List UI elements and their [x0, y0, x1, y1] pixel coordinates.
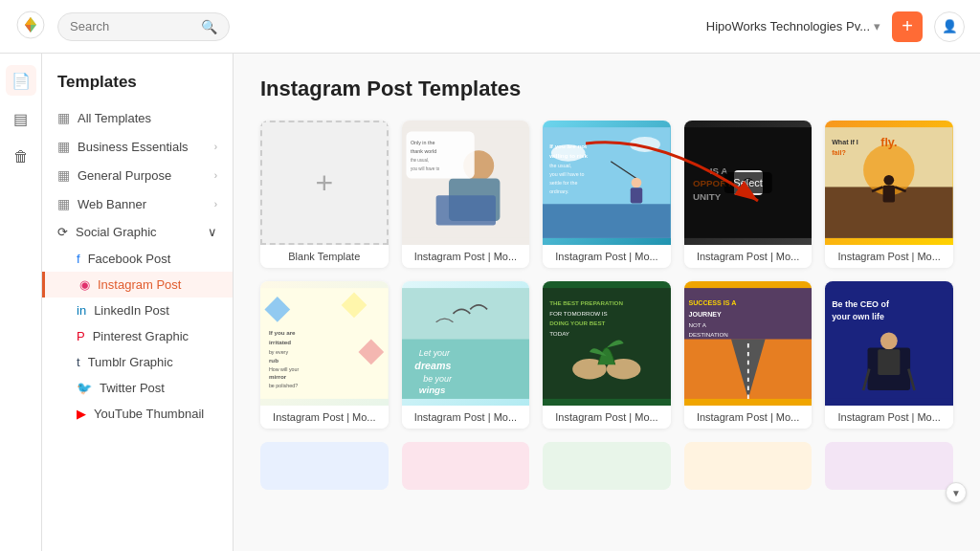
template-1[interactable]: Only in the thank world the usual, you w… — [402, 121, 530, 268]
nav-general-purpose[interactable]: ▦ General Purpose › — [42, 161, 233, 189]
nav-instagram-post[interactable]: ◉ Instagram Post — [42, 272, 233, 298]
template-8-thumb: SUCCESS IS A JOURNEY NOT A DESTINATION — [684, 281, 813, 406]
svg-text:fail?: fail? — [833, 149, 847, 157]
template-7[interactable]: THE BEST PREPARATION FOR TOMORROW IS DOI… — [543, 281, 671, 429]
nav-facebook-post[interactable]: f Facebook Post — [42, 246, 233, 272]
scroll-down-button[interactable]: ▼ — [946, 482, 967, 503]
chevron-right-icon2: › — [214, 170, 217, 181]
company-dropdown[interactable]: HipoWorks Technologies Pv... ▾ — [706, 19, 880, 33]
template-partial-5[interactable] — [825, 442, 953, 490]
nav-pinterest-graphic[interactable]: P Pinterest Graphic — [42, 323, 233, 349]
template-6[interactable]: Let your dreams be your wings Instagram … — [402, 281, 530, 429]
instagram-icon: ◉ — [79, 277, 90, 292]
svg-text:be polished?: be polished? — [269, 383, 298, 388]
grid-icon: ▦ — [57, 110, 70, 125]
template-2-label: Instagram Post | Mo... — [543, 245, 671, 268]
svg-text:the usual,: the usual, — [549, 163, 571, 168]
search-input[interactable] — [70, 19, 195, 33]
template-4[interactable]: What if I fail? fly. Instagram Post | Mo… — [825, 121, 953, 268]
svg-text:rub: rub — [269, 357, 278, 364]
template-3-thumb: IS A OPPORT UNITY Select 👁 — [684, 121, 813, 245]
search-box[interactable]: 🔍 — [57, 12, 230, 41]
svg-text:JOURNEY: JOURNEY — [688, 311, 722, 319]
template-5-thumb: If you are irritated by every rub How wi… — [260, 281, 389, 406]
nav-all-templates[interactable]: ▦ All Templates — [42, 103, 233, 132]
create-button[interactable]: + — [892, 11, 923, 42]
template-1-thumb: Only in the thank world the usual, you w… — [402, 121, 530, 245]
tumblr-icon: t — [77, 355, 80, 369]
chevron-down-icon2: ∨ — [208, 225, 217, 239]
svg-text:SUCCESS IS A: SUCCESS IS A — [688, 299, 736, 307]
nav-youtube-thumbnail[interactable]: ▶ YouTube Thumbnail — [42, 401, 233, 427]
sidebar-icon-trash[interactable]: 🗑 — [6, 142, 36, 172]
user-button[interactable]: 👤 — [934, 11, 965, 42]
svg-rect-4 — [435, 195, 495, 225]
svg-text:DESTINATION: DESTINATION — [688, 331, 727, 338]
template-3-highlighted[interactable]: IS A OPPORT UNITY Select 👁 — [684, 121, 813, 268]
facebook-icon: f — [77, 252, 80, 266]
svg-text:ordinary.: ordinary. — [549, 188, 568, 194]
topbar-right: HipoWorks Technologies Pv... ▾ + 👤 — [706, 11, 965, 42]
svg-text:Let your: Let your — [418, 348, 450, 358]
template-9-thumb: Be the CEO of your own life — [825, 281, 953, 406]
template-2[interactable]: If you are not willing to risk the usual… — [543, 121, 671, 268]
svg-text:willing to risk: willing to risk — [548, 152, 588, 159]
nav-twitter-post[interactable]: 🐦 Twitter Post — [42, 375, 233, 401]
template-partial-3[interactable] — [543, 442, 671, 490]
svg-point-13 — [630, 137, 660, 152]
svg-text:How will your: How will your — [269, 366, 300, 372]
nav-linkedin-post[interactable]: in LinkedIn Post — [42, 298, 233, 323]
svg-text:by every: by every — [269, 349, 288, 355]
layers-icon: ▤ — [13, 110, 28, 128]
template-2-thumb: If you are not willing to risk the usual… — [543, 121, 671, 245]
template-8[interactable]: SUCCESS IS A JOURNEY NOT A DESTINATION I… — [684, 281, 813, 429]
app-logo[interactable] — [15, 10, 46, 44]
topbar: 🔍 HipoWorks Technologies Pv... ▾ + 👤 — [0, 0, 980, 54]
svg-rect-72 — [879, 349, 901, 375]
user-icon: 👤 — [942, 19, 958, 33]
template-4-label: Instagram Post | Mo... — [825, 245, 953, 268]
template-blank[interactable]: + Blank Template — [260, 121, 389, 268]
svg-text:settle for the: settle for the — [549, 180, 577, 186]
select-button[interactable]: Select — [724, 172, 772, 193]
trash-icon: 🗑 — [13, 148, 29, 165]
svg-text:your own life: your own life — [833, 312, 885, 321]
svg-text:What if I: What if I — [833, 139, 859, 146]
content-wrapper: Instagram Post Templates + Blank Templat… — [260, 77, 953, 490]
pinterest-icon: P — [77, 329, 85, 343]
nav-tumblr-graphic[interactable]: t Tumblr Graphic — [42, 349, 233, 375]
svg-text:you will have to: you will have to — [549, 171, 584, 177]
template-9[interactable]: Be the CEO of your own life Instagram Po… — [825, 281, 953, 429]
svg-text:be your: be your — [423, 374, 453, 384]
sidebar-icon-layers[interactable]: ▤ — [6, 103, 36, 134]
template-6-thumb: Let your dreams be your wings — [402, 281, 530, 406]
chevron-right-icon3: › — [214, 199, 217, 209]
nav-business-essentials[interactable]: ▦ Business Essentials › — [42, 132, 233, 161]
template-partial-4[interactable] — [684, 442, 813, 490]
template-9-label: Instagram Post | Mo... — [825, 406, 953, 429]
template-3-label: Instagram Post | Mo... — [684, 245, 813, 268]
template-partial-2[interactable] — [402, 442, 530, 490]
svg-text:dreams: dreams — [414, 360, 451, 371]
template-5-label: Instagram Post | Mo... — [260, 406, 389, 429]
svg-text:Be the CEO of: Be the CEO of — [833, 299, 890, 309]
template-grid-row1: + Blank Template — [260, 121, 953, 268]
template-partial-1[interactable] — [260, 442, 389, 490]
svg-text:TODAY: TODAY — [549, 330, 570, 337]
nav-social-graphic[interactable]: ⟳ Social Graphic ∨ — [42, 218, 233, 246]
svg-rect-5 — [406, 132, 474, 179]
blank-label: Blank Template — [260, 245, 389, 268]
sidebar-icon-templates[interactable]: 📄 — [6, 65, 36, 96]
template-1-label: Instagram Post | Mo... — [402, 245, 530, 268]
svg-text:irritated: irritated — [269, 339, 291, 345]
template-grid-row2: If you are irritated by every rub How wi… — [260, 281, 953, 429]
template-6-label: Instagram Post | Mo... — [402, 406, 530, 429]
svg-rect-32 — [883, 186, 895, 203]
svg-text:NOT A: NOT A — [688, 321, 706, 328]
template-4-thumb: What if I fail? fly. — [825, 121, 953, 245]
nav-web-banner[interactable]: ▦ Web Banner › — [42, 189, 233, 218]
template-5[interactable]: If you are irritated by every rub How wi… — [260, 281, 389, 429]
svg-text:THE BEST PREPARATION: THE BEST PREPARATION — [549, 299, 623, 306]
page-title: Instagram Post Templates — [260, 77, 953, 101]
svg-text:mirror: mirror — [269, 373, 287, 380]
